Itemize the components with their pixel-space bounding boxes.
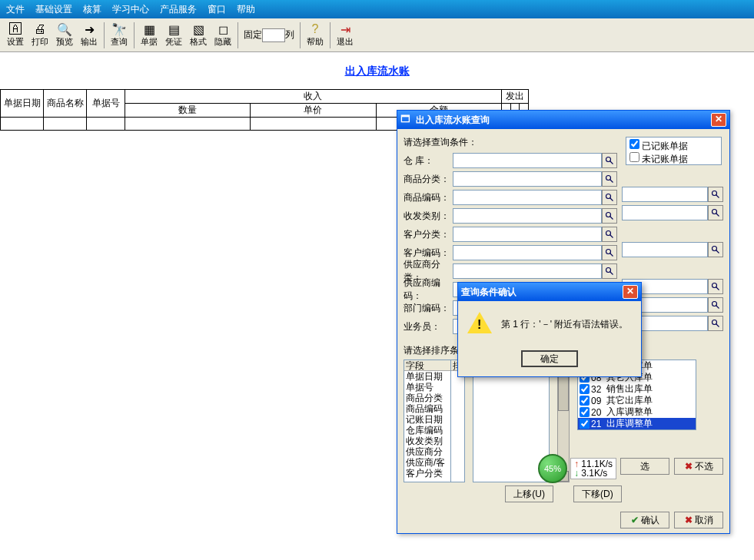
settings-button[interactable]: 🄰设置: [3, 21, 28, 50]
unposted-checkbox[interactable]: 未记账单据: [629, 152, 718, 165]
lookup-button[interactable]: [602, 190, 617, 205]
lookup-button[interactable]: [708, 205, 723, 220]
svg-line-27: [716, 324, 719, 327]
list-item[interactable]: 客户分类: [404, 468, 450, 479]
dept-label: 部门编码：: [404, 302, 453, 315]
list-item[interactable]: 商品编码: [404, 403, 450, 414]
alert-dialog: 查询条件确认 ✕ ! 第 1 行：'－' 附近有语法错误。 确定: [457, 282, 642, 377]
separator: [104, 22, 105, 48]
close-button[interactable]: ✕: [711, 113, 726, 127]
list-item[interactable]: 仓库编码: [404, 425, 450, 436]
binoculars-icon: 🔭: [111, 22, 127, 36]
svg-line-9: [610, 235, 613, 238]
alert-ok-button[interactable]: 确定: [521, 350, 578, 367]
grid-icon: ▤: [168, 22, 180, 36]
lookup-button[interactable]: [708, 316, 723, 331]
cust-cat-label: 客户分类：: [404, 228, 453, 241]
format-button[interactable]: ▧格式: [186, 21, 211, 50]
io-type-label: 收发类别：: [404, 210, 453, 223]
ok-button[interactable]: ✔确认: [620, 512, 669, 529]
preview-button[interactable]: 🔍预览: [52, 21, 77, 50]
network-widget[interactable]: 45% ↑ 11.1K/s ↓ 3.1K/s: [538, 454, 616, 483]
svg-point-12: [606, 268, 611, 273]
menu-item[interactable]: 产品服务: [160, 3, 197, 16]
menu-item[interactable]: 窗口: [208, 3, 226, 16]
sup-cat-input[interactable]: [453, 263, 602, 279]
cust-code-label: 客户编码：: [404, 247, 453, 260]
lookup-button[interactable]: [708, 297, 723, 313]
list-item[interactable]: 32销售出库单: [578, 383, 696, 395]
cust-code-to-input[interactable]: [622, 242, 708, 257]
sort-dir-listbox[interactable]: 排: [451, 360, 465, 482]
prod-code-to-input[interactable]: [622, 187, 708, 202]
menu-item[interactable]: 核算: [83, 3, 101, 16]
svg-point-16: [712, 191, 717, 196]
query-button[interactable]: 🔭查询: [107, 21, 131, 50]
prod-cat-input[interactable]: [453, 171, 602, 187]
cancel-button[interactable]: ✖取消: [674, 512, 723, 529]
print-button[interactable]: 🖨打印: [28, 21, 52, 50]
prod-code-from-input[interactable]: [453, 190, 602, 205]
svg-point-4: [606, 194, 611, 199]
sales-label: 业务员：: [404, 320, 453, 333]
fields-listbox[interactable]: 字段 单据日期 单据号 商品分类 商品编码 记账日期 仓库编码 收发类别 供应商…: [404, 360, 451, 482]
list-item[interactable]: 21出库调整单: [578, 418, 696, 429]
alert-titlebar[interactable]: 查询条件确认 ✕: [458, 283, 641, 301]
download-icon: ↓: [574, 468, 579, 479]
menu-item[interactable]: 文件: [6, 3, 25, 16]
dialog-titlebar[interactable]: 🗔 出入库流水账查询 ✕: [397, 111, 729, 129]
label: 隐藏: [214, 36, 231, 48]
cust-cat-input[interactable]: [453, 227, 602, 242]
select-none-button[interactable]: ✖不选: [674, 458, 723, 475]
list-item[interactable]: 单据号: [404, 382, 450, 393]
lookup-button[interactable]: [708, 279, 723, 294]
lock-input[interactable]: [262, 28, 285, 42]
report-title-area: 出入库流水账: [0, 65, 754, 78]
cust-code-from-input[interactable]: [453, 245, 602, 260]
lookup-button[interactable]: [602, 153, 617, 168]
help-button[interactable]: ?帮助: [303, 21, 327, 50]
lookup-button[interactable]: [602, 171, 617, 187]
separator: [134, 22, 135, 48]
col-header: 数量: [125, 104, 251, 118]
list-item[interactable]: 收发类别: [404, 436, 450, 446]
menu-item[interactable]: 帮助: [237, 3, 255, 16]
select-all-button[interactable]: 选: [620, 458, 669, 475]
menu-item[interactable]: 学习中心: [112, 3, 149, 16]
voucher-button[interactable]: ▦单据: [137, 21, 161, 50]
col-header: 商品名称: [44, 90, 87, 118]
list-item[interactable]: 商品分类: [404, 393, 450, 403]
exit-button[interactable]: ⇥退出: [333, 21, 357, 50]
report-title-link[interactable]: 出入库流水账: [345, 65, 410, 77]
label: 设置: [7, 36, 24, 48]
col-label: 列: [285, 28, 294, 41]
lookup-button[interactable]: [708, 187, 723, 202]
svg-line-5: [610, 198, 613, 201]
lookup-button[interactable]: [602, 208, 617, 224]
alert-title: 查询条件确认: [461, 286, 517, 299]
io-type-to-input[interactable]: [622, 205, 708, 220]
move-up-button[interactable]: 上移(U): [505, 485, 553, 502]
posted-checkbox[interactable]: 已记账单据: [629, 139, 718, 152]
lookup-button[interactable]: [602, 263, 617, 279]
menu-item[interactable]: 基础设置: [35, 3, 72, 16]
col-header: 单据日期: [1, 90, 44, 118]
lookup-button[interactable]: [602, 245, 617, 260]
warehouse-input[interactable]: [453, 153, 602, 168]
export-button[interactable]: ➜输出: [77, 21, 101, 50]
list-item[interactable]: 供应商/客: [404, 457, 450, 468]
list-item[interactable]: 供应商分: [404, 446, 450, 457]
list-item[interactable]: 09其它出库单: [578, 395, 696, 406]
close-button[interactable]: ✕: [623, 285, 638, 299]
list-item[interactable]: 20入库调整单: [578, 406, 696, 418]
hide-button[interactable]: ◻隐藏: [211, 21, 235, 50]
io-type-from-input[interactable]: [453, 208, 602, 224]
list-item[interactable]: 记账日期: [404, 414, 450, 425]
lookup-button[interactable]: [708, 242, 723, 257]
separator: [237, 22, 238, 48]
cert-button[interactable]: ▤凭证: [161, 21, 186, 50]
lookup-button[interactable]: [602, 227, 617, 242]
check-icon: ✔: [631, 515, 639, 525]
move-down-button[interactable]: 下移(D): [573, 485, 622, 502]
list-item[interactable]: 单据日期: [404, 371, 450, 382]
